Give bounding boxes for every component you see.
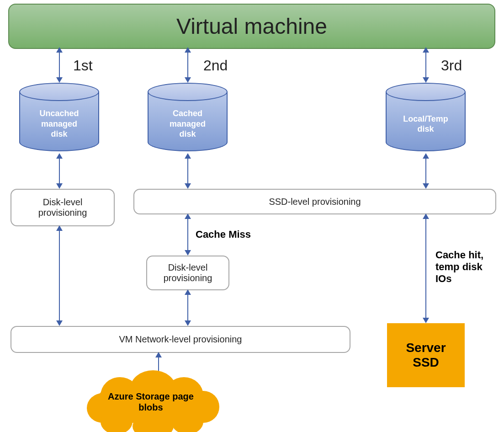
server-ssd-box: Server SSD: [387, 323, 465, 387]
arrow-vm-uncached: [56, 47, 63, 83]
order-first-label: 1st: [73, 57, 93, 74]
server-ssd-line2: SSD: [413, 355, 439, 370]
arrow-disklevel-vmnetwork-left: [56, 225, 63, 326]
uncached-disk-cylinder: Uncachedmanageddisk: [19, 83, 99, 151]
azure-storage-cloud-label: Azure Storage pageblobs: [87, 391, 215, 413]
ssd-level-provisioning-label: SSD-level provisioning: [269, 197, 361, 207]
cache-hit-label: Cache hit,temp disk IOs: [435, 249, 495, 285]
server-ssd-line1: Server: [406, 341, 446, 355]
cache-miss-label: Cache Miss: [196, 229, 251, 240]
arrow-disklevel-vmnetwork-mid: [185, 289, 191, 326]
vm-network-provisioning-label: VM Network-level provisioning: [119, 334, 242, 345]
arrow-vm-cached: [185, 47, 191, 83]
cached-disk-label: Cachedmanageddisk: [170, 103, 206, 139]
disk-level-provisioning-mid-box: Disk-levelprovisioning: [146, 256, 229, 290]
arrow-uncached-disklevel: [56, 153, 63, 189]
uncached-disk-label: Uncachedmanageddisk: [39, 103, 79, 139]
arrow-ssd-serverssd: [423, 213, 429, 323]
order-third-label: 3rd: [441, 57, 462, 74]
disk-level-provisioning-mid-label: Disk-levelprovisioning: [164, 262, 212, 283]
disk-level-provisioning-left-label: Disk-levelprovisioning: [38, 197, 87, 218]
disk-level-provisioning-left-box: Disk-levelprovisioning: [11, 189, 115, 226]
local-disk-label: Local/Tempdisk: [403, 108, 448, 134]
arrow-ssd-cachemiss: [185, 213, 191, 256]
arrow-vm-local: [423, 47, 429, 83]
arrow-cached-ssdlevel: [185, 153, 191, 189]
azure-storage-cloud: Azure Storage pageblobs: [87, 366, 215, 432]
virtual-machine-label: Virtual machine: [176, 14, 327, 39]
arrow-local-ssdlevel: [423, 153, 429, 189]
cached-disk-cylinder: Cachedmanageddisk: [148, 83, 228, 151]
local-disk-cylinder: Local/Tempdisk: [386, 83, 466, 151]
ssd-level-provisioning-box: SSD-level provisioning: [133, 189, 496, 214]
order-second-label: 2nd: [203, 57, 228, 74]
virtual-machine-box: Virtual machine: [8, 4, 495, 49]
vm-network-provisioning-box: VM Network-level provisioning: [11, 326, 350, 353]
